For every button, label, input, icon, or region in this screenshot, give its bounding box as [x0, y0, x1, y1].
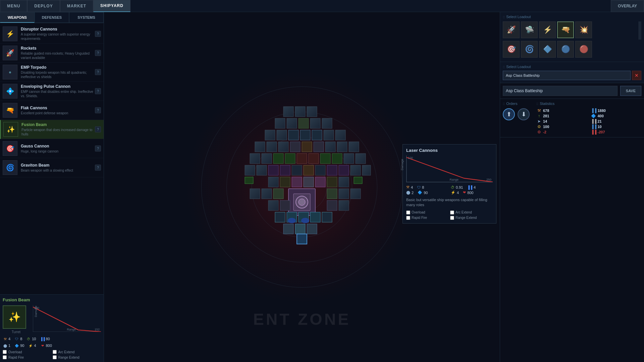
mod-rapid-fire-checkbox[interactable] — [3, 355, 7, 359]
weapon-help-graviton[interactable]: ? — [95, 165, 101, 171]
ship-icon-5[interactable]: 💥 — [575, 21, 592, 38]
weapon-item-enveloping[interactable]: 💠 Enveloping Pulse Cannon EMP cannon tha… — [0, 82, 104, 101]
svg-rect-32 — [320, 154, 330, 164]
svg-rect-79 — [354, 177, 362, 184]
ship-icon-6[interactable]: 🎯 — [503, 41, 520, 58]
mod-arc-extend-label: Arc Extend — [58, 350, 75, 354]
ship-icon-8[interactable]: 🔷 — [539, 41, 556, 58]
armor-stat-icon: 🔷 — [591, 114, 596, 118]
weapon-detail-title: Fusion Beam — [3, 297, 101, 302]
range-icon: ⬤ — [3, 343, 7, 348]
svg-rect-66 — [327, 200, 337, 210]
deploy-button[interactable]: DEPLOY — [27, 0, 60, 12]
weapon-help-enveloping[interactable]: ? — [95, 88, 101, 94]
ship-selector-scrollbar[interactable] — [639, 21, 641, 40]
popup-stat-accuracy: ⏱ 0.91 ▐▐ 4 — [451, 185, 493, 189]
stat-row-armor: 🔷 400 — [591, 114, 642, 118]
mod-arc-extend-checkbox[interactable] — [53, 350, 57, 354]
statistics-section: Statistics ⚒ 678 ▐▐ 1880 ↑ 281 🔷 400 — [536, 102, 641, 134]
ship-icon-3[interactable]: ⚡ — [539, 21, 556, 38]
weapon-help-emp[interactable]: ? — [95, 69, 101, 75]
weapon-item-graviton[interactable]: 🌀 Graviton Beam Beam weapon with a slowi… — [0, 158, 104, 177]
weapon-item-disruptor-cannons[interactable]: ⚡ Disruptor Cannons A superior energy ca… — [0, 24, 104, 44]
right-panel: Select Loadout 🚀 🛸 ⚡ 🔫 💥 🎯 🌀 🔷 🔵 🔴 Selec… — [500, 12, 644, 362]
svg-rect-53 — [339, 177, 349, 187]
mod-arc-extend[interactable]: Arc Extend — [53, 350, 101, 354]
mod-rapid-fire[interactable]: Rapid Fire — [3, 355, 51, 359]
weapon-help-gauss[interactable]: ? — [95, 145, 101, 152]
svg-rect-80 — [297, 234, 307, 244]
svg-rect-11 — [277, 130, 287, 140]
mod-range-extend-checkbox[interactable] — [53, 355, 57, 359]
weapon-item-rockets[interactable]: 🚀 Rockets Reliable guided mini-rockets; … — [0, 44, 104, 63]
ship-icon-1[interactable]: 🚀 — [503, 21, 520, 38]
popup-range-icon: ⬤ — [406, 190, 410, 195]
popup-mod-rapid-fire[interactable]: Rapid Fire — [406, 216, 449, 220]
ship-name-input[interactable] — [503, 86, 618, 96]
ship-icons-row2: 🎯 🌀 🔷 🔵 🔴 — [503, 41, 641, 58]
svg-rect-21 — [302, 142, 312, 152]
svg-point-76 — [288, 218, 296, 223]
weapon-help-flak[interactable]: ? — [95, 107, 101, 113]
damage-icon: ⚒ — [3, 337, 7, 341]
orders-section: Orders ⬆ ⬇ — [503, 102, 530, 134]
ship-icon-2[interactable]: 🛸 — [521, 21, 538, 38]
svg-point-57 — [299, 199, 305, 205]
popup-chart: Damage 100 250 Range — [406, 156, 493, 182]
weapon-help-disruptor[interactable]: ? — [95, 31, 101, 37]
popup-range-extend-checkbox[interactable] — [450, 216, 454, 220]
ship-selector-title: Select Loadout — [503, 15, 641, 19]
weapon-item-emp-torpedo[interactable]: ● EMP Torpedo Disabling torpedo weapon h… — [0, 63, 104, 82]
loadout-delete-button[interactable]: ✕ — [632, 71, 641, 80]
ship-icon-7[interactable]: 🌀 — [521, 41, 538, 58]
weapon-help-fusion[interactable]: ? — [95, 126, 101, 132]
stat-range-val: 1 — [8, 344, 10, 348]
shipyard-button[interactable]: SHIPYARD — [93, 0, 130, 12]
overlay-button[interactable]: OVERLAY — [611, 0, 644, 12]
stat-row-crew: ⚙ 100 — [536, 124, 587, 129]
svg-rect-72 — [322, 212, 332, 222]
svg-rect-27 — [262, 154, 272, 164]
popup-range-label: Range — [450, 178, 459, 181]
loadout-input[interactable] — [503, 71, 631, 80]
weapon-help-rockets[interactable]: ? — [95, 50, 101, 56]
menu-button[interactable]: MENU — [0, 0, 27, 12]
weapon-name-disruptor: Disruptor Cannons — [21, 27, 94, 32]
stat-fighters-val: 14 — [543, 119, 547, 123]
stat-row-capacity: ▐▐ -207 — [591, 130, 642, 134]
popup-shots-icon: ⚡ — [451, 190, 455, 195]
ship-icon-4[interactable]: 🔫 — [557, 21, 574, 38]
tab-defenses[interactable]: Defenses — [35, 12, 69, 23]
tab-weapons[interactable]: Weapons — [0, 12, 35, 23]
market-button[interactable]: MARKET — [60, 0, 93, 12]
svg-rect-41 — [304, 165, 314, 175]
popup-mod-range-extend[interactable]: Range Extend — [450, 216, 493, 220]
order-icon-2[interactable]: ⬇ — [518, 108, 530, 120]
svg-rect-20 — [290, 142, 300, 152]
popup-title: Laser Cannons — [406, 148, 493, 153]
mod-overload-checkbox[interactable] — [3, 350, 7, 354]
stat-row-speed: ▐▐ 21 — [591, 119, 642, 124]
weapon-item-gauss[interactable]: 🎯 Gauss Cannon Huge, long range cannon ? — [0, 139, 104, 158]
ship-icon-10[interactable]: 🔴 — [575, 41, 592, 58]
weapon-name-gauss: Gauss Cannon — [21, 144, 94, 148]
popup-mod-overload[interactable]: Overload — [406, 210, 449, 215]
weapon-preview: ✨ Turret 200 Range 152 Damage — [3, 305, 101, 334]
save-button[interactable]: SAVE — [620, 86, 641, 96]
mod-range-extend[interactable]: Range Extend — [53, 355, 101, 359]
weapon-desc-emp: Disabling torpedo weapon hits all quadra… — [21, 70, 94, 79]
popup-armor-icon: 🔷 — [418, 190, 422, 195]
weapon-item-fusion-beam[interactable]: ✨ Fusion Beam Particle weapon that does … — [0, 120, 104, 139]
mod-overload[interactable]: Overload — [3, 350, 51, 354]
weapon-item-flak[interactable]: 🔫 Flak Cannons Excellent point defense w… — [0, 101, 104, 120]
order-icon-1[interactable]: ⬆ — [503, 108, 515, 120]
svg-rect-73 — [283, 224, 293, 234]
popup-mod-arc-extend[interactable]: Arc Extend — [450, 210, 493, 215]
crew-icon: ⚙ — [536, 124, 542, 129]
popup-rapid-fire-checkbox[interactable] — [406, 216, 410, 220]
svg-rect-19 — [278, 142, 288, 152]
popup-overload-checkbox[interactable] — [406, 210, 410, 215]
tab-systems[interactable]: Systems — [69, 12, 104, 23]
ship-icon-9[interactable]: 🔵 — [557, 41, 574, 58]
popup-arc-extend-checkbox[interactable] — [450, 210, 454, 215]
